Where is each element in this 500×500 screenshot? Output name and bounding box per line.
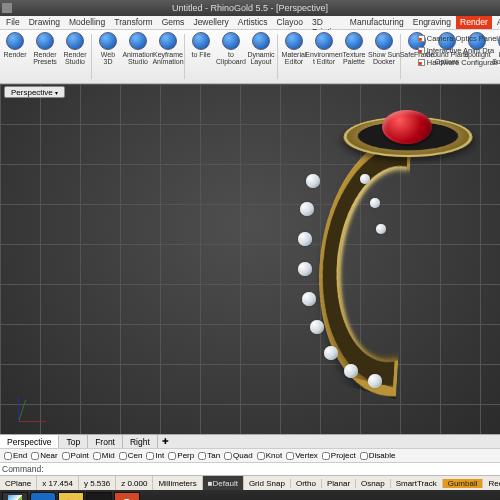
perspective-viewport[interactable]	[0, 84, 500, 434]
menu-analyze[interactable]: Analyze	[493, 16, 500, 29]
sphere-icon	[252, 32, 270, 50]
osnap-row: EndNearPointMidCenIntPerpTanQuadKnotVert…	[0, 448, 500, 462]
add-view-tab[interactable]: ✚	[158, 437, 173, 446]
checkbox-icon	[418, 47, 425, 54]
viewport-tabs: PerspectiveTopFrontRight✚	[0, 434, 500, 448]
osnap-near[interactable]: Near	[31, 451, 57, 460]
taskbar-powerpoint[interactable]: P	[114, 492, 140, 500]
ribbon: RenderRender PresetsRender StudioWeb 3DA…	[0, 30, 500, 84]
axis-x-icon	[18, 421, 46, 422]
app-icon	[2, 3, 12, 13]
rendered-ring	[248, 102, 500, 412]
status-layer[interactable]: ■ Default	[203, 476, 244, 490]
ribbon-render[interactable]: Render Presets	[30, 30, 60, 83]
status-grid-snap[interactable]: Grid Snap	[244, 479, 291, 488]
ribbon-texture[interactable]: Texture Palette	[339, 30, 369, 83]
windows-icon	[8, 495, 22, 500]
view-tab-perspective[interactable]: Perspective	[0, 435, 59, 448]
menu-file[interactable]: File	[2, 16, 24, 29]
menu-bar: FileDrawingModellingTransformGemsJewelle…	[0, 16, 500, 30]
ribbon-to-file[interactable]: to File	[186, 30, 216, 83]
osnap-point[interactable]: Point	[62, 451, 89, 460]
taskbar-ie[interactable]: e	[30, 492, 56, 500]
osnap-end[interactable]: End	[4, 451, 27, 460]
sphere-icon	[345, 32, 363, 50]
ribbon-keyframe[interactable]: Keyframe Animation	[153, 30, 183, 83]
ribbon-show-sun[interactable]: Show Sun Docker	[369, 30, 399, 83]
osnap-perp[interactable]: Perp	[168, 451, 194, 460]
menu-render[interactable]: Render	[456, 16, 492, 29]
status-z: z 0.000	[116, 476, 153, 490]
taskbar-rhinogold[interactable]: RG	[86, 492, 112, 500]
status-record-history[interactable]: Record History	[483, 479, 500, 488]
status-smarttrack[interactable]: SmartTrack	[391, 479, 443, 488]
sphere-icon	[159, 32, 177, 50]
viewport-label[interactable]: Perspective ▾	[4, 86, 65, 98]
ribbon-opt-hardware-configurati[interactable]: Hardware Configurati	[418, 56, 498, 68]
osnap-mid[interactable]: Mid	[93, 451, 115, 460]
status-gumball[interactable]: Gumball	[443, 479, 484, 488]
osnap-quad[interactable]: Quad	[224, 451, 253, 460]
view-tab-right[interactable]: Right	[123, 435, 158, 448]
ribbon-render[interactable]: Render Studio	[60, 30, 90, 83]
menu-drawing[interactable]: Drawing	[25, 16, 64, 29]
sphere-icon	[36, 32, 54, 50]
axis-z-icon	[18, 396, 19, 422]
ribbon-animation[interactable]: Animation Studio	[123, 30, 153, 83]
osnap-vertex[interactable]: Vertex	[286, 451, 318, 460]
osnap-cen[interactable]: Cen	[119, 451, 143, 460]
sphere-icon	[99, 32, 117, 50]
sphere-icon	[66, 32, 84, 50]
osnap-tan[interactable]: Tan	[198, 451, 220, 460]
sphere-icon	[315, 32, 333, 50]
status-bar: CPlane x 17.454 y 5.536 z 0.000 Millimet…	[0, 475, 500, 490]
ribbon-dynamic[interactable]: Dynamic Layout	[246, 30, 276, 83]
checkbox-icon	[418, 35, 425, 42]
sphere-icon	[6, 32, 24, 50]
axis-y-icon	[18, 400, 26, 422]
sphere-icon	[375, 32, 393, 50]
status-osnap[interactable]: Osnap	[356, 479, 391, 488]
status-planar[interactable]: Planar	[322, 479, 356, 488]
menu-artistics[interactable]: Artistics	[234, 16, 272, 29]
menu-gems[interactable]: Gems	[158, 16, 189, 29]
viewport-container: Perspective ▾	[0, 84, 500, 434]
status-y: y 5.536	[79, 476, 116, 490]
ribbon-environmen[interactable]: Environmen t Editor	[309, 30, 339, 83]
osnap-knot[interactable]: Knot	[257, 451, 282, 460]
osnap-disable[interactable]: Disable	[360, 451, 396, 460]
status-x: x 17.454	[37, 476, 79, 490]
checkbox-icon	[418, 59, 425, 66]
taskbar-folder[interactable]: 📁	[58, 492, 84, 500]
status-ortho[interactable]: Ortho	[291, 479, 322, 488]
menu-transform[interactable]: Transform	[110, 16, 156, 29]
menu-jewellery[interactable]: Jewellery	[189, 16, 232, 29]
sphere-icon	[285, 32, 303, 50]
ribbon-side-options: Camera Optics PanelInteractive Anim DraH…	[418, 32, 498, 68]
menu-engraving[interactable]: Engraving	[409, 16, 455, 29]
sphere-icon	[222, 32, 240, 50]
chevron-down-icon: ▾	[55, 89, 58, 96]
window-title: Untitled - RhinoGold 5.5 - [Perspective]	[172, 3, 328, 13]
menu-3d-printing[interactable]: 3D Printing	[308, 16, 345, 29]
menu-manufacturing[interactable]: Manufacturing	[346, 16, 408, 29]
osnap-project[interactable]: Project	[322, 451, 356, 460]
menu-modelling[interactable]: Modelling	[65, 16, 109, 29]
sphere-icon	[192, 32, 210, 50]
ribbon-render[interactable]: Render	[0, 30, 30, 83]
osnap-int[interactable]: Int	[146, 451, 164, 460]
ribbon-opt-camera-optics-panel[interactable]: Camera Optics Panel	[418, 32, 498, 44]
ribbon-web[interactable]: Web 3D	[93, 30, 123, 83]
status-units[interactable]: Millimeters	[153, 476, 202, 490]
status-cplane[interactable]: CPlane	[0, 476, 37, 490]
taskbar: e 📁 RG P	[0, 490, 500, 500]
command-line[interactable]: Command:	[0, 462, 500, 475]
menu-clayoo[interactable]: Clayoo	[273, 16, 307, 29]
view-tab-top[interactable]: Top	[59, 435, 88, 448]
start-button[interactable]	[2, 492, 28, 500]
view-tab-front[interactable]: Front	[88, 435, 123, 448]
ribbon-to[interactable]: to Clipboard	[216, 30, 246, 83]
ribbon-opt-interactive-anim-dra[interactable]: Interactive Anim Dra	[418, 44, 498, 56]
sphere-icon	[129, 32, 147, 50]
